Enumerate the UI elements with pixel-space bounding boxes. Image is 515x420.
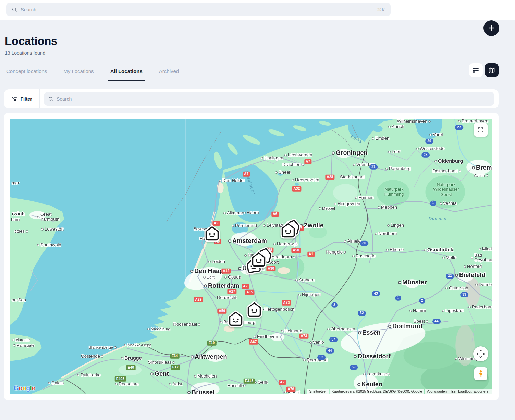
map-city-label-text: Lingen bbox=[391, 223, 404, 228]
filter-toolbar: Filter Search bbox=[4, 89, 499, 108]
map-city-label-text: Den Haag bbox=[194, 268, 223, 274]
map-city-label: Melle bbox=[442, 255, 456, 260]
google-maps-logo[interactable]: Google bbox=[14, 384, 35, 392]
map-city-label: Hoorn bbox=[243, 210, 259, 215]
map-city-label: Enschede bbox=[352, 254, 376, 258]
location-marker[interactable] bbox=[242, 243, 275, 277]
map-city-label: Lingen bbox=[387, 223, 404, 228]
map-city-label: Nordhorn bbox=[375, 231, 397, 236]
map-city-label: Osnabrück bbox=[424, 247, 453, 253]
list-view-button[interactable] bbox=[469, 63, 483, 77]
fullscreen-button[interactable] bbox=[474, 123, 488, 137]
map-city-label-text: Paderborn bbox=[472, 305, 492, 309]
map-city-label-text: Blankenberge bbox=[89, 345, 113, 349]
map-road-shield: E19 bbox=[207, 341, 217, 346]
map-city-label: Duinkerke bbox=[77, 373, 101, 378]
map-city-label-text: Purmerend bbox=[235, 223, 257, 228]
attribution-link[interactable]: Sneltoetsen bbox=[307, 389, 329, 394]
pan-control-button[interactable] bbox=[473, 346, 488, 361]
map-city-label-text: Dordrecht bbox=[217, 295, 236, 300]
map-road-shield: A50 bbox=[291, 248, 301, 253]
locations-search-input[interactable]: Search bbox=[44, 92, 494, 106]
page-header: Locations 13 Locations found bbox=[0, 20, 515, 56]
map-park-label: NaturparkWildeshauserGeest bbox=[433, 182, 459, 197]
map-city-label-text: Almelo bbox=[347, 239, 361, 244]
location-marker[interactable] bbox=[219, 302, 252, 337]
map-city-label: Bremen bbox=[472, 164, 492, 171]
global-search-input[interactable]: Search ⌘K bbox=[6, 3, 391, 16]
attribution-link[interactable]: Voorwaarden bbox=[425, 389, 449, 394]
attribution-link[interactable]: Kaartgegevens ©2025 GeoBasis-DE/BKG (©20… bbox=[330, 389, 424, 394]
map-road-shield: A2 bbox=[279, 380, 286, 385]
attribution-link[interactable]: Een kaartfout rapporteren bbox=[449, 389, 492, 394]
divider bbox=[39, 89, 40, 108]
tab-my-locations[interactable]: My Locations bbox=[63, 66, 94, 80]
map-city-label-text: Antwerpen bbox=[195, 354, 227, 360]
tab-concept-locations[interactable]: Concept locations bbox=[5, 66, 48, 80]
map-city-label-text: ham bbox=[11, 217, 20, 222]
map-city-label-text: Bremen bbox=[476, 164, 492, 171]
map-city-label-text: Osnabrück bbox=[427, 247, 453, 253]
map-city-label: Emden bbox=[372, 136, 389, 141]
map-city-label: Knokke-Heist bbox=[124, 343, 151, 347]
map-canvas[interactable]: merrwichhamGreatYarmouthcclesLowestoftSo… bbox=[10, 119, 492, 394]
map-city-label: Delmenhorst bbox=[432, 169, 461, 173]
map-city-label-text: Calais bbox=[51, 381, 64, 385]
location-marker[interactable] bbox=[272, 214, 305, 248]
tab-all-locations[interactable]: All Locations bbox=[110, 66, 143, 80]
tab-archived[interactable]: Archived bbox=[158, 66, 180, 80]
map-city-label-text: Ramsgate bbox=[16, 343, 34, 347]
map-city-label: Sint-Niklaas bbox=[148, 360, 175, 365]
global-search-placeholder: Search bbox=[21, 7, 373, 12]
map-city-label: Leverkusen bbox=[363, 372, 390, 376]
map-city-label: Venlo bbox=[309, 340, 324, 345]
map-city-label-text: Lippstadt bbox=[445, 308, 464, 313]
map-city-label-text: Mechelen bbox=[197, 374, 217, 379]
map-city-label-text: Leiden bbox=[212, 259, 225, 264]
add-location-button[interactable] bbox=[483, 20, 499, 36]
map-road-shield: E34 bbox=[170, 354, 180, 359]
map-road-shield: 1 bbox=[395, 296, 401, 301]
map-city-label-text: Bielefeld bbox=[459, 272, 486, 279]
house-smiley-icon bbox=[242, 243, 275, 276]
map-city-label-text: Melle bbox=[446, 255, 456, 260]
map-city-label: Achim bbox=[474, 173, 488, 177]
view-toggle-group bbox=[469, 63, 499, 77]
map-city-label: Mechelen bbox=[194, 374, 217, 379]
map-city-label: Hasselt bbox=[228, 383, 246, 388]
map-city-label-text: Southwold bbox=[40, 243, 61, 247]
map-city-label-text: Essen bbox=[362, 330, 381, 336]
map-city-label-text: Veendam bbox=[356, 162, 375, 167]
location-marker[interactable] bbox=[196, 217, 229, 251]
map-city-label-text: Maast bbox=[288, 390, 300, 394]
filter-button[interactable]: Filter bbox=[4, 89, 39, 108]
map-city-label: Apeldoorn bbox=[272, 255, 295, 259]
map-city-label-text: Zwolle bbox=[304, 222, 323, 229]
map-city-label: Maast bbox=[284, 390, 300, 394]
map-view-button[interactable] bbox=[485, 63, 499, 77]
map-city-label: Heerenveen bbox=[292, 177, 319, 182]
map-city-label: Dortmund bbox=[388, 323, 422, 330]
map-city-label: Lowestoft bbox=[41, 227, 64, 232]
map-city-label: Sneek bbox=[275, 170, 291, 175]
map-city-label: Bielefeld bbox=[455, 272, 486, 279]
map-city-label: Roosendaal bbox=[173, 322, 200, 327]
map-city-label-text: Meppen bbox=[381, 205, 397, 210]
filter-label: Filter bbox=[20, 96, 32, 102]
map-city-label-text: Gent bbox=[155, 371, 169, 377]
map-city-label: ham bbox=[11, 217, 20, 222]
map-city-label-text: BadOeynhause bbox=[474, 253, 492, 262]
map-road-shield: 1 bbox=[430, 201, 436, 206]
pegman-street-view-button[interactable] bbox=[474, 367, 487, 380]
map-city-label: Keulen bbox=[357, 381, 382, 388]
map-road-shield: A27 bbox=[227, 289, 236, 294]
map-city-label-text: Hasselt bbox=[228, 383, 242, 388]
map-road-shield: A76 bbox=[286, 387, 295, 392]
map-city-label: mer bbox=[12, 181, 19, 185]
map-city-label-text: Drachten bbox=[282, 162, 301, 167]
map-road-shield: 31 bbox=[369, 164, 378, 170]
top-bar: Search ⌘K bbox=[0, 0, 515, 20]
map-city-label-text: Leer bbox=[392, 149, 401, 154]
locations-search-placeholder: Search bbox=[57, 96, 72, 102]
map-city-label: Papenburg bbox=[385, 166, 411, 171]
